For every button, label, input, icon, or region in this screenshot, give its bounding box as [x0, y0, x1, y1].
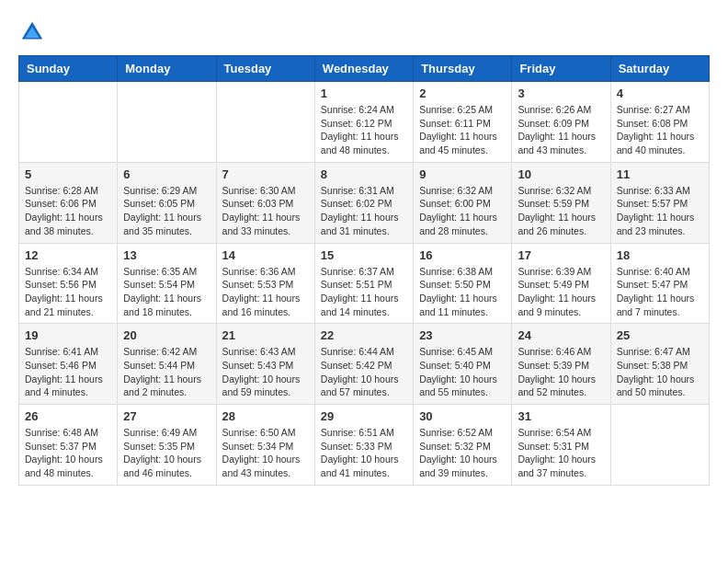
- day-number: 31: [518, 409, 604, 423]
- day-number: 25: [617, 328, 703, 342]
- day-number: 24: [518, 328, 604, 342]
- day-detail: Sunrise: 6:32 AMSunset: 6:00 PMDaylight:…: [419, 184, 506, 238]
- day-detail: Sunrise: 6:44 AMSunset: 5:42 PMDaylight:…: [321, 345, 407, 399]
- day-number: 30: [419, 409, 506, 423]
- day-number: 4: [617, 86, 703, 100]
- day-number: 13: [123, 248, 210, 262]
- calendar-week-row: 5Sunrise: 6:28 AMSunset: 6:06 PMDaylight…: [19, 162, 710, 243]
- day-detail: Sunrise: 6:52 AMSunset: 5:32 PMDaylight:…: [419, 426, 506, 480]
- day-number: 16: [419, 248, 506, 262]
- calendar-day-cell: 2Sunrise: 6:25 AMSunset: 6:11 PMDaylight…: [414, 82, 512, 163]
- day-detail: Sunrise: 6:34 AMSunset: 5:56 PMDaylight:…: [25, 265, 111, 319]
- day-number: 23: [419, 328, 506, 342]
- calendar-day-cell: [610, 405, 709, 486]
- day-detail: Sunrise: 6:49 AMSunset: 5:35 PMDaylight:…: [123, 426, 210, 480]
- calendar-day-cell: 28Sunrise: 6:50 AMSunset: 5:34 PMDayligh…: [216, 405, 314, 486]
- calendar-day-cell: 27Sunrise: 6:49 AMSunset: 5:35 PMDayligh…: [118, 405, 216, 486]
- calendar-week-row: 1Sunrise: 6:24 AMSunset: 6:12 PMDaylight…: [19, 82, 710, 163]
- day-detail: Sunrise: 6:43 AMSunset: 5:43 PMDaylight:…: [222, 345, 309, 399]
- day-number: 15: [321, 248, 407, 262]
- day-detail: Sunrise: 6:42 AMSunset: 5:44 PMDaylight:…: [123, 345, 210, 399]
- day-detail: Sunrise: 6:35 AMSunset: 5:54 PMDaylight:…: [123, 265, 210, 319]
- calendar-day-cell: 12Sunrise: 6:34 AMSunset: 5:56 PMDayligh…: [19, 243, 118, 324]
- day-detail: Sunrise: 6:36 AMSunset: 5:53 PMDaylight:…: [222, 265, 309, 319]
- calendar-day-cell: 4Sunrise: 6:27 AMSunset: 6:08 PMDaylight…: [610, 82, 709, 163]
- day-detail: Sunrise: 6:46 AMSunset: 5:39 PMDaylight:…: [518, 345, 604, 399]
- day-number: 20: [123, 328, 210, 342]
- calendar-day-cell: 15Sunrise: 6:37 AMSunset: 5:51 PMDayligh…: [314, 243, 413, 324]
- day-detail: Sunrise: 6:51 AMSunset: 5:33 PMDaylight:…: [321, 426, 407, 480]
- day-detail: Sunrise: 6:31 AMSunset: 6:02 PMDaylight:…: [321, 184, 407, 238]
- calendar-day-cell: [216, 82, 314, 163]
- day-of-week-header: Sunday: [19, 56, 118, 82]
- day-detail: Sunrise: 6:39 AMSunset: 5:49 PMDaylight:…: [518, 265, 604, 319]
- day-detail: Sunrise: 6:32 AMSunset: 5:59 PMDaylight:…: [518, 184, 604, 238]
- calendar-day-cell: 10Sunrise: 6:32 AMSunset: 5:59 PMDayligh…: [512, 162, 610, 243]
- calendar-table: SundayMondayTuesdayWednesdayThursdayFrid…: [18, 55, 710, 486]
- day-detail: Sunrise: 6:28 AMSunset: 6:06 PMDaylight:…: [25, 184, 111, 238]
- calendar-day-cell: 21Sunrise: 6:43 AMSunset: 5:43 PMDayligh…: [216, 324, 314, 405]
- day-detail: Sunrise: 6:30 AMSunset: 6:03 PMDaylight:…: [222, 184, 309, 238]
- day-detail: Sunrise: 6:54 AMSunset: 5:31 PMDaylight:…: [518, 426, 604, 480]
- day-number: 1: [321, 86, 407, 100]
- logo: [18, 18, 50, 46]
- logo-icon: [18, 18, 46, 46]
- day-detail: Sunrise: 6:29 AMSunset: 6:05 PMDaylight:…: [123, 184, 210, 238]
- calendar-day-cell: 30Sunrise: 6:52 AMSunset: 5:32 PMDayligh…: [414, 405, 512, 486]
- calendar-day-cell: 25Sunrise: 6:47 AMSunset: 5:38 PMDayligh…: [610, 324, 709, 405]
- calendar-day-cell: 8Sunrise: 6:31 AMSunset: 6:02 PMDaylight…: [314, 162, 413, 243]
- calendar-day-cell: [118, 82, 216, 163]
- day-number: 26: [25, 409, 111, 423]
- calendar-day-cell: 20Sunrise: 6:42 AMSunset: 5:44 PMDayligh…: [118, 324, 216, 405]
- day-number: 3: [518, 86, 604, 100]
- day-detail: Sunrise: 6:41 AMSunset: 5:46 PMDaylight:…: [25, 345, 111, 399]
- calendar-day-cell: 19Sunrise: 6:41 AMSunset: 5:46 PMDayligh…: [19, 324, 118, 405]
- day-detail: Sunrise: 6:47 AMSunset: 5:38 PMDaylight:…: [617, 345, 703, 399]
- day-number: 27: [123, 409, 210, 423]
- day-of-week-header: Tuesday: [216, 56, 314, 82]
- day-number: 2: [419, 86, 506, 100]
- day-of-week-header: Friday: [512, 56, 610, 82]
- day-number: 17: [518, 248, 604, 262]
- day-detail: Sunrise: 6:48 AMSunset: 5:37 PMDaylight:…: [25, 426, 111, 480]
- day-number: 21: [222, 328, 309, 342]
- day-number: 29: [321, 409, 407, 423]
- calendar-week-row: 12Sunrise: 6:34 AMSunset: 5:56 PMDayligh…: [19, 243, 710, 324]
- day-of-week-header: Saturday: [610, 56, 709, 82]
- calendar-day-cell: 1Sunrise: 6:24 AMSunset: 6:12 PMDaylight…: [314, 82, 413, 163]
- day-number: 18: [617, 248, 703, 262]
- calendar-day-cell: 3Sunrise: 6:26 AMSunset: 6:09 PMDaylight…: [512, 82, 610, 163]
- day-detail: Sunrise: 6:27 AMSunset: 6:08 PMDaylight:…: [617, 103, 703, 157]
- day-number: 14: [222, 248, 309, 262]
- day-number: 22: [321, 328, 407, 342]
- day-detail: Sunrise: 6:50 AMSunset: 5:34 PMDaylight:…: [222, 426, 309, 480]
- day-number: 19: [25, 328, 111, 342]
- calendar-day-cell: 5Sunrise: 6:28 AMSunset: 6:06 PMDaylight…: [19, 162, 118, 243]
- day-of-week-header: Monday: [118, 56, 216, 82]
- calendar-day-cell: 11Sunrise: 6:33 AMSunset: 5:57 PMDayligh…: [610, 162, 709, 243]
- calendar-day-cell: 17Sunrise: 6:39 AMSunset: 5:49 PMDayligh…: [512, 243, 610, 324]
- calendar-day-cell: 23Sunrise: 6:45 AMSunset: 5:40 PMDayligh…: [414, 324, 512, 405]
- calendar-day-cell: 18Sunrise: 6:40 AMSunset: 5:47 PMDayligh…: [610, 243, 709, 324]
- calendar-day-cell: 29Sunrise: 6:51 AMSunset: 5:33 PMDayligh…: [314, 405, 413, 486]
- day-number: 6: [123, 167, 210, 181]
- day-detail: Sunrise: 6:45 AMSunset: 5:40 PMDaylight:…: [419, 345, 506, 399]
- day-number: 10: [518, 167, 604, 181]
- day-number: 12: [25, 248, 111, 262]
- day-detail: Sunrise: 6:26 AMSunset: 6:09 PMDaylight:…: [518, 103, 604, 157]
- page-header: [18, 18, 710, 46]
- calendar-day-cell: 26Sunrise: 6:48 AMSunset: 5:37 PMDayligh…: [19, 405, 118, 486]
- day-number: 5: [25, 167, 111, 181]
- day-of-week-header: Wednesday: [314, 56, 413, 82]
- calendar-day-cell: 31Sunrise: 6:54 AMSunset: 5:31 PMDayligh…: [512, 405, 610, 486]
- calendar-header-row: SundayMondayTuesdayWednesdayThursdayFrid…: [19, 56, 710, 82]
- day-number: 8: [321, 167, 407, 181]
- calendar-day-cell: 9Sunrise: 6:32 AMSunset: 6:00 PMDaylight…: [414, 162, 512, 243]
- calendar-day-cell: 13Sunrise: 6:35 AMSunset: 5:54 PMDayligh…: [118, 243, 216, 324]
- day-detail: Sunrise: 6:24 AMSunset: 6:12 PMDaylight:…: [321, 103, 407, 157]
- day-number: 11: [617, 167, 703, 181]
- calendar-week-row: 19Sunrise: 6:41 AMSunset: 5:46 PMDayligh…: [19, 324, 710, 405]
- calendar-day-cell: 7Sunrise: 6:30 AMSunset: 6:03 PMDaylight…: [216, 162, 314, 243]
- calendar-day-cell: 22Sunrise: 6:44 AMSunset: 5:42 PMDayligh…: [314, 324, 413, 405]
- calendar-day-cell: 24Sunrise: 6:46 AMSunset: 5:39 PMDayligh…: [512, 324, 610, 405]
